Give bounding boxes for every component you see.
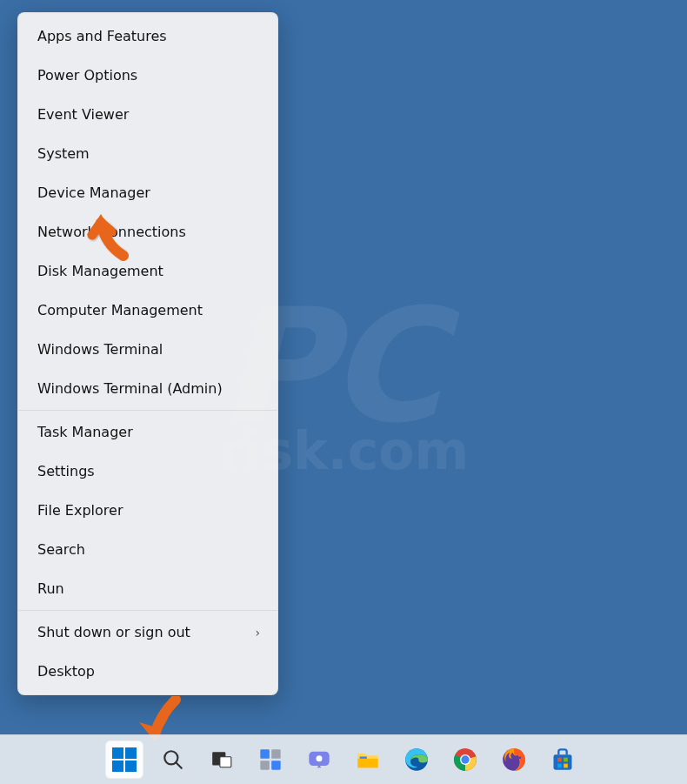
search-button[interactable] — [154, 740, 192, 779]
svg-rect-23 — [564, 764, 568, 768]
firefox-button[interactable] — [495, 740, 533, 779]
store-icon — [550, 747, 575, 772]
menu-item-run[interactable]: Run — [18, 569, 277, 608]
menu-item-apps-and-features[interactable]: Apps and Features — [18, 17, 277, 56]
menu-item-computer-management[interactable]: Computer Management — [18, 291, 277, 330]
menu-label: Device Manager — [37, 184, 150, 201]
menu-label: Task Manager — [37, 424, 133, 440]
menu-item-search[interactable]: Search — [18, 530, 277, 569]
svg-rect-19 — [554, 754, 572, 770]
svg-rect-21 — [564, 758, 568, 762]
svg-rect-7 — [271, 749, 281, 759]
svg-line-3 — [176, 762, 182, 768]
menu-label: Settings — [37, 463, 95, 479]
svg-rect-9 — [271, 761, 281, 770]
task-view-button[interactable] — [203, 740, 241, 779]
menu-label: File Explorer — [37, 502, 123, 519]
windows-logo-icon — [112, 747, 137, 772]
menu-item-system[interactable]: System — [18, 134, 277, 173]
chrome-icon — [453, 747, 477, 772]
svg-point-11 — [317, 755, 323, 761]
edge-button[interactable] — [397, 740, 436, 779]
menu-label: Event Viewer — [37, 106, 129, 123]
svg-rect-8 — [260, 761, 270, 770]
svg-rect-13 — [360, 757, 367, 759]
menu-item-event-viewer[interactable]: Event Viewer — [18, 95, 277, 134]
chat-icon — [307, 747, 331, 772]
chrome-button[interactable] — [446, 740, 484, 779]
widgets-button[interactable] — [251, 740, 290, 779]
menu-item-file-explorer[interactable]: File Explorer — [18, 491, 277, 530]
menu-label: System — [37, 145, 90, 162]
chevron-right-icon: › — [255, 626, 260, 640]
edge-icon — [404, 747, 429, 772]
menu-item-shut-down-or-sign-out[interactable]: Shut down or sign out › — [18, 613, 277, 652]
menu-label: Apps and Features — [37, 28, 167, 44]
widgets-icon — [258, 747, 283, 772]
task-view-icon — [210, 748, 233, 771]
svg-rect-22 — [557, 764, 562, 768]
svg-rect-6 — [260, 749, 270, 759]
menu-label: Disk Management — [37, 263, 163, 279]
menu-label: Windows Terminal — [37, 341, 163, 358]
menu-item-power-options[interactable]: Power Options — [18, 56, 277, 95]
menu-label: Windows Terminal (Admin) — [37, 380, 223, 397]
menu-item-windows-terminal-admin[interactable]: Windows Terminal (Admin) — [18, 369, 277, 408]
menu-label: Desktop — [37, 663, 95, 680]
menu-label: Network Connections — [37, 224, 186, 240]
svg-rect-20 — [557, 758, 562, 762]
search-icon — [162, 748, 184, 771]
svg-point-17 — [461, 755, 469, 763]
menu-item-network-connections[interactable]: Network Connections — [18, 212, 277, 251]
menu-item-device-manager[interactable]: Device Manager — [18, 173, 277, 212]
menu-label: Power Options — [37, 67, 137, 84]
menu-item-task-manager[interactable]: Task Manager — [18, 412, 277, 452]
menu-item-settings[interactable]: Settings — [18, 452, 277, 491]
store-button[interactable] — [544, 740, 582, 779]
chat-button[interactable] — [300, 740, 338, 779]
menu-label: Computer Management — [37, 302, 203, 318]
folder-icon — [356, 747, 380, 772]
menu-label: Shut down or sign out — [37, 624, 190, 640]
desktop: PC risk.com Apps and Features Power Opti… — [0, 0, 687, 784]
taskbar — [0, 734, 687, 784]
winx-context-menu: Apps and Features Power Options Event Vi… — [17, 12, 278, 695]
menu-item-windows-terminal[interactable]: Windows Terminal — [18, 330, 277, 369]
menu-item-desktop[interactable]: Desktop — [18, 652, 277, 691]
file-explorer-button[interactable] — [349, 740, 387, 779]
menu-separator — [18, 610, 277, 611]
menu-label: Search — [37, 541, 85, 558]
start-button[interactable] — [105, 740, 143, 779]
firefox-icon — [502, 747, 526, 772]
menu-separator — [18, 410, 277, 411]
menu-item-disk-management[interactable]: Disk Management — [18, 251, 277, 291]
menu-label: Run — [37, 580, 64, 597]
svg-rect-5 — [220, 757, 231, 767]
svg-rect-12 — [357, 759, 377, 768]
